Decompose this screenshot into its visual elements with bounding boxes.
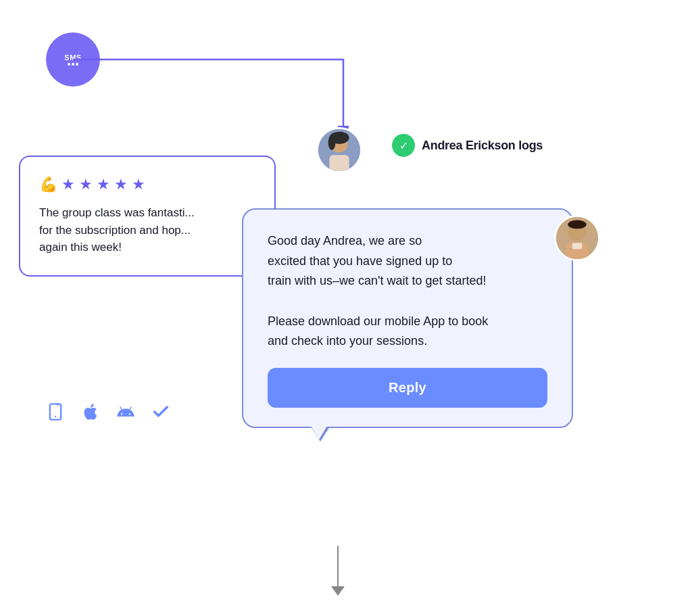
reply-button[interactable]: Reply bbox=[268, 368, 547, 408]
muscle-emoji: 💪 bbox=[39, 176, 57, 193]
arrow-head bbox=[331, 586, 345, 596]
tablet-icon bbox=[46, 402, 65, 426]
review-stars: 💪 ★ ★ ★ ★ ★ bbox=[39, 176, 255, 193]
review-text: The group class was fantasti... for the … bbox=[39, 204, 255, 256]
svg-point-4 bbox=[328, 135, 336, 150]
chat-tail-fill bbox=[311, 426, 327, 440]
bottom-arrow bbox=[331, 546, 345, 596]
apple-icon bbox=[81, 402, 100, 426]
icons-row bbox=[46, 402, 170, 426]
svg-point-8 bbox=[568, 220, 586, 229]
sms-icon-bubble: SMS bbox=[46, 32, 100, 87]
arrow-line bbox=[337, 546, 339, 586]
star-4: ★ bbox=[114, 176, 128, 193]
notification-text: Andrea Erickson logs bbox=[422, 139, 543, 153]
star-5: ★ bbox=[132, 176, 145, 193]
avatar-male bbox=[554, 215, 600, 261]
check-circle-icon: ✓ bbox=[392, 134, 415, 157]
svg-rect-10 bbox=[572, 243, 583, 249]
chat-message: Good day Andrea, we are so excited that … bbox=[268, 231, 547, 352]
notification-badge: ✓ Andrea Erickson logs bbox=[392, 134, 543, 157]
android-icon bbox=[116, 402, 135, 426]
star-3: ★ bbox=[97, 176, 110, 193]
star-1: ★ bbox=[61, 176, 75, 193]
svg-rect-5 bbox=[329, 155, 349, 171]
sms-dots bbox=[68, 63, 78, 66]
svg-point-13 bbox=[57, 404, 58, 406]
svg-rect-11 bbox=[50, 404, 61, 419]
checkmark-icon bbox=[151, 402, 170, 426]
chat-card: Good day Andrea, we are so excited that … bbox=[242, 208, 573, 428]
review-card: 💪 ★ ★ ★ ★ ★ The group class was fantasti… bbox=[19, 156, 276, 277]
star-2: ★ bbox=[79, 176, 93, 193]
sms-label: SMS bbox=[64, 53, 81, 62]
avatar-female bbox=[316, 127, 362, 173]
